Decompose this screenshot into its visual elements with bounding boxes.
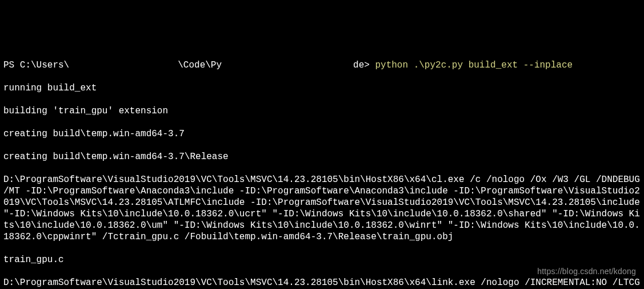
prompt-suffix: de>: [353, 60, 375, 70]
redacted-path-1: [69, 61, 178, 70]
prompt-line: PS C:\Users\\Code\Pyde> python .\py2c.py…: [3, 60, 641, 71]
command-text: python .\py2c.py build_ext --inplace: [375, 60, 573, 70]
redacted-path-2: [222, 61, 353, 70]
watermark-text: https://blog.csdn.net/kdong: [537, 267, 636, 277]
terminal-output[interactable]: PS C:\Users\\Code\Pyde> python .\py2c.py…: [3, 48, 641, 289]
output-line-1: running build_ext: [3, 82, 641, 94]
output-line-5: D:\ProgramSoftware\VisualStudio2019\VC\T…: [3, 174, 641, 243]
output-line-3: creating build\temp.win-amd64-3.7: [3, 128, 641, 140]
prompt-mid: \Code\Py: [178, 60, 222, 70]
output-line-6: train_gpu.c: [3, 254, 641, 266]
output-line-2: building 'train_gpu' extension: [3, 105, 641, 117]
output-line-7: D:\ProgramSoftware\VisualStudio2019\VC\T…: [3, 277, 641, 289]
prompt-prefix: PS C:\Users\: [3, 60, 69, 70]
output-line-4: creating build\temp.win-amd64-3.7\Releas…: [3, 151, 641, 163]
